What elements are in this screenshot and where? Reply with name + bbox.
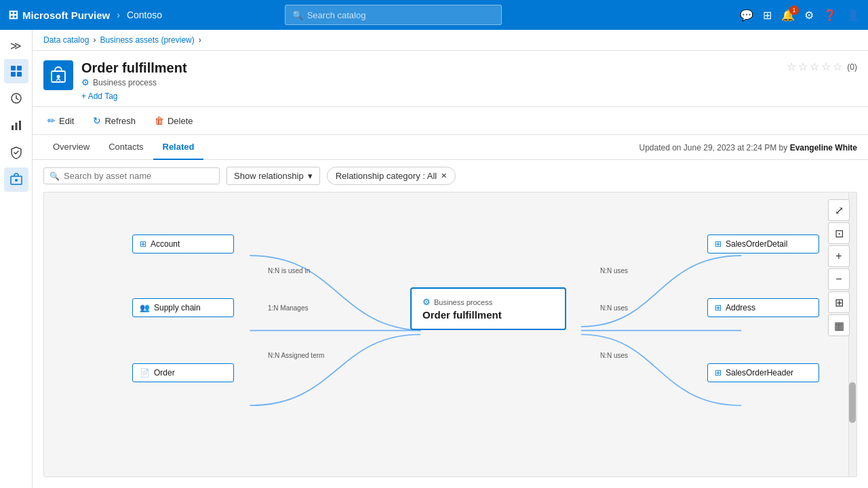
tab-overview[interactable]: Overview xyxy=(43,135,99,160)
settings-icon[interactable]: ⚙ xyxy=(804,9,814,22)
address-label: Address xyxy=(726,303,755,312)
tab-related[interactable]: Related xyxy=(153,135,204,160)
star-2[interactable]: ☆ xyxy=(798,60,808,73)
refresh-button[interactable]: ↻ Refresh xyxy=(89,113,140,129)
delete-label: Delete xyxy=(167,116,193,126)
global-search[interactable]: 🔍 xyxy=(285,5,502,25)
node-sales-order-detail[interactable]: ⊞ SalesOrderDetail xyxy=(707,235,819,253)
refresh-icon: ↻ xyxy=(93,115,101,126)
layers-button[interactable]: ▦ xyxy=(828,314,850,336)
nav-separator: › xyxy=(117,9,120,20)
svg-point-9 xyxy=(15,179,18,182)
center-node-title: Order fulfillment xyxy=(422,309,554,321)
dropdown-chevron: ▾ xyxy=(308,171,313,181)
sidebar-item-catalog[interactable] xyxy=(4,59,28,83)
order-icon: 📄 xyxy=(140,368,150,378)
address-icon: ⊞ xyxy=(715,303,722,312)
sidebar-item-business-assets[interactable] xyxy=(4,167,28,192)
tabs: Overview Contacts Related Updated on Jun… xyxy=(33,135,868,160)
node-sales-order-header[interactable]: ⊞ SalesOrderHeader xyxy=(707,363,819,382)
asset-main-icon xyxy=(49,66,68,85)
asset-search-icon: 🔍 xyxy=(50,171,60,181)
center-node[interactable]: ⚙ Business process Order fulfillment xyxy=(410,287,566,330)
asset-type-label: Business process xyxy=(93,78,157,87)
notification-badge: 1 xyxy=(789,5,799,15)
sidebar-toggle[interactable]: ≫ xyxy=(6,35,26,56)
expand-button[interactable]: ⤢ xyxy=(828,199,850,221)
account-icon: ⊞ xyxy=(140,239,146,249)
brand-name: Microsoft Purview xyxy=(22,9,110,21)
distribute-button[interactable]: ⊞ xyxy=(828,291,850,313)
star-1[interactable]: ☆ xyxy=(787,60,796,73)
show-relationship-label: Show relationship xyxy=(234,171,304,181)
tab-contacts[interactable]: Contacts xyxy=(99,135,153,160)
star-3[interactable]: ☆ xyxy=(810,60,819,73)
breadcrumb-sep-1: › xyxy=(93,35,96,45)
delete-icon: 🗑 xyxy=(155,115,164,126)
edit-label: Edit xyxy=(59,116,74,126)
rel-category-filter[interactable]: Relationship category : All ✕ xyxy=(327,167,456,185)
node-address[interactable]: ⊞ Address xyxy=(707,298,819,317)
tabs-updated: Updated on June 29, 2023 at 2:24 PM by E… xyxy=(639,143,857,159)
edit-button[interactable]: ✏ Edit xyxy=(43,113,78,129)
supply-chain-icon: 👥 xyxy=(140,303,150,312)
scan-icon xyxy=(9,92,23,105)
edge-label-sales-header: N:N uses xyxy=(600,352,628,359)
sidebar-item-policy[interactable] xyxy=(4,140,28,165)
notification-icon[interactable]: 🔔 1 xyxy=(781,9,795,22)
breadcrumb-business-assets[interactable]: Business assets (preview) xyxy=(100,35,194,45)
node-order[interactable]: 📄 Order xyxy=(132,363,234,382)
nav-tenant: Contoso xyxy=(127,9,162,20)
breadcrumb-data-catalog[interactable]: Data catalog xyxy=(43,35,89,45)
toolbar: ✏ Edit ↻ Refresh 🗑 Delete xyxy=(33,107,868,135)
node-supply-chain[interactable]: 👥 Supply chain xyxy=(132,298,234,317)
asset-search-wrap[interactable]: 🔍 xyxy=(43,167,220,184)
updated-by: Evangeline White xyxy=(790,143,857,152)
scrollbar-thumb[interactable] xyxy=(849,382,856,423)
policy-icon xyxy=(9,146,23,159)
sales-detail-icon: ⊞ xyxy=(715,239,722,249)
fit-to-screen-button[interactable]: ⊡ xyxy=(828,222,850,244)
asset-info: Order fulfillment ⚙ Business process + A… xyxy=(81,60,187,101)
edge-label-account: N:N is used in xyxy=(268,267,310,274)
show-relationship-dropdown[interactable]: Show relationship ▾ xyxy=(226,167,320,185)
search-input[interactable] xyxy=(307,10,494,20)
supply-chain-label: Supply chain xyxy=(154,303,201,312)
add-tag-button[interactable]: + Add Tag xyxy=(81,92,187,101)
apps-icon[interactable]: ⊞ xyxy=(763,9,772,22)
brand-icon: ⊞ xyxy=(8,7,18,22)
sales-header-label: SalesOrderHeader xyxy=(726,368,793,378)
star-5[interactable]: ☆ xyxy=(833,60,842,73)
asset-search-input[interactable] xyxy=(64,171,214,181)
asset-icon-box xyxy=(43,60,73,90)
profile-icon[interactable]: 👤 xyxy=(846,9,860,22)
zoom-in-button[interactable]: + xyxy=(828,245,850,267)
star-rating[interactable]: ☆ ☆ ☆ ☆ ☆ (0) xyxy=(787,60,857,73)
search-icon: 🔍 xyxy=(292,10,303,20)
edit-icon: ✏ xyxy=(47,115,56,126)
zoom-out-button[interactable]: − xyxy=(828,268,850,290)
edge-label-sales-detail: N:N uses xyxy=(600,267,628,274)
delete-button[interactable]: 🗑 Delete xyxy=(151,113,197,129)
sidebar-item-insights[interactable] xyxy=(4,113,28,138)
refresh-label: Refresh xyxy=(104,116,136,126)
brand: ⊞ Microsoft Purview xyxy=(8,7,110,22)
svg-rect-6 xyxy=(15,123,17,130)
center-type-icon: ⚙ xyxy=(422,297,431,307)
sidebar-item-scan[interactable] xyxy=(4,86,28,110)
breadcrumb-sep-2: › xyxy=(199,35,201,45)
asset-type: ⚙ Business process xyxy=(81,77,187,87)
node-account[interactable]: ⊞ Account xyxy=(132,235,234,253)
svg-rect-3 xyxy=(17,72,22,77)
breadcrumb: Data catalog › Business assets (preview)… xyxy=(33,30,868,51)
sidebar: ≫ xyxy=(0,30,33,488)
main-layout: ≫ xyxy=(0,30,868,488)
star-4[interactable]: ☆ xyxy=(821,60,831,73)
center-node-type: ⚙ Business process xyxy=(422,297,554,307)
insights-icon xyxy=(9,119,23,132)
feedback-icon[interactable]: 💬 xyxy=(740,9,753,22)
filter-bar: 🔍 Show relationship ▾ Relationship categ… xyxy=(33,160,868,192)
asset-header-left: Order fulfillment ⚙ Business process + A… xyxy=(43,60,187,101)
sales-header-icon: ⊞ xyxy=(715,368,722,378)
help-icon[interactable]: ❓ xyxy=(823,9,837,22)
